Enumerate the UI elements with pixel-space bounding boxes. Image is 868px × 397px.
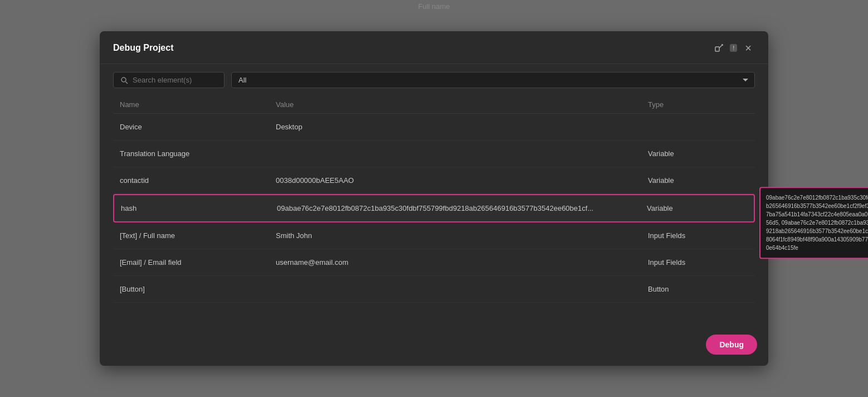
tooltip-content: 09abae76c2e7e8012fb0872c1ba935c30fdbf755… bbox=[766, 193, 868, 252]
debug-button[interactable]: Debug bbox=[706, 335, 757, 355]
row-button-name: [Button] bbox=[120, 285, 276, 293]
badge: ! bbox=[730, 44, 737, 52]
row-text-fullname-name: [Text] / Full name bbox=[120, 231, 276, 240]
svg-rect-0 bbox=[715, 47, 719, 51]
row-device-value: Desktop bbox=[276, 123, 648, 131]
table-row: Translation Language Variable bbox=[113, 141, 755, 167]
close-button[interactable]: × bbox=[742, 41, 755, 55]
search-box bbox=[113, 72, 225, 88]
header-icons: ! × bbox=[713, 41, 755, 55]
filter-select[interactable]: All Variable Input Fields Button bbox=[231, 72, 755, 88]
table-container: Name Value Type Device Desktop Translati… bbox=[100, 96, 768, 303]
table-row: contactid 0038d00000bAEE5AAO Variable bbox=[113, 167, 755, 194]
table-row: [Text] / Full name Smith John Input Fiel… bbox=[113, 222, 755, 249]
share-icon bbox=[714, 43, 724, 53]
svg-line-2 bbox=[126, 81, 128, 84]
toolbar: All Variable Input Fields Button bbox=[100, 64, 768, 96]
row-text-fullname-type: Input Fields bbox=[648, 231, 748, 240]
full-name-hint: Full name bbox=[418, 0, 450, 13]
search-icon bbox=[120, 76, 128, 84]
col-name: Name bbox=[120, 100, 276, 109]
row-contactid-type: Variable bbox=[648, 176, 748, 185]
row-device-name: Device bbox=[120, 123, 276, 131]
table-row: [Button] Button bbox=[113, 276, 755, 303]
row-contactid-value: 0038d00000bAEE5AAO bbox=[276, 176, 648, 185]
debug-modal: Debug Project ! × bbox=[100, 31, 768, 366]
row-email-type: Input Fields bbox=[648, 258, 748, 267]
page-wrapper: Full name Debug Project ! × bbox=[0, 0, 868, 397]
row-button-type: Button bbox=[648, 285, 748, 293]
row-hash-name: hash bbox=[121, 204, 277, 212]
table-row: Device Desktop bbox=[113, 114, 755, 141]
table-row-hash[interactable]: hash 09abae76c2e7e8012fb0872c1ba935c30fd… bbox=[113, 194, 755, 222]
row-translang-type: Variable bbox=[648, 149, 748, 158]
row-email-value: username@email.com bbox=[276, 258, 648, 267]
share-button[interactable] bbox=[713, 42, 725, 54]
table-row: [Email] / Email field username@email.com… bbox=[113, 249, 755, 276]
row-text-fullname-value: Smith John bbox=[276, 231, 648, 240]
search-input[interactable] bbox=[133, 76, 217, 84]
table-header: Name Value Type bbox=[113, 96, 755, 114]
row-translang-name: Translation Language bbox=[120, 149, 276, 158]
svg-point-1 bbox=[121, 78, 126, 82]
row-hash-type: Variable bbox=[647, 204, 747, 212]
modal-title: Debug Project bbox=[113, 43, 708, 53]
col-type: Type bbox=[648, 100, 748, 109]
modal-header: Debug Project ! × bbox=[100, 31, 768, 64]
row-hash-value: 09abae76c2e7e8012fb0872c1ba935c30fdbf755… bbox=[277, 204, 647, 212]
hash-tooltip: 09abae76c2e7e8012fb0872c1ba935c30fdbf755… bbox=[759, 187, 868, 259]
col-value: Value bbox=[276, 100, 648, 109]
row-email-name: [Email] / Email field bbox=[120, 258, 276, 267]
row-contactid-name: contactid bbox=[120, 176, 276, 185]
